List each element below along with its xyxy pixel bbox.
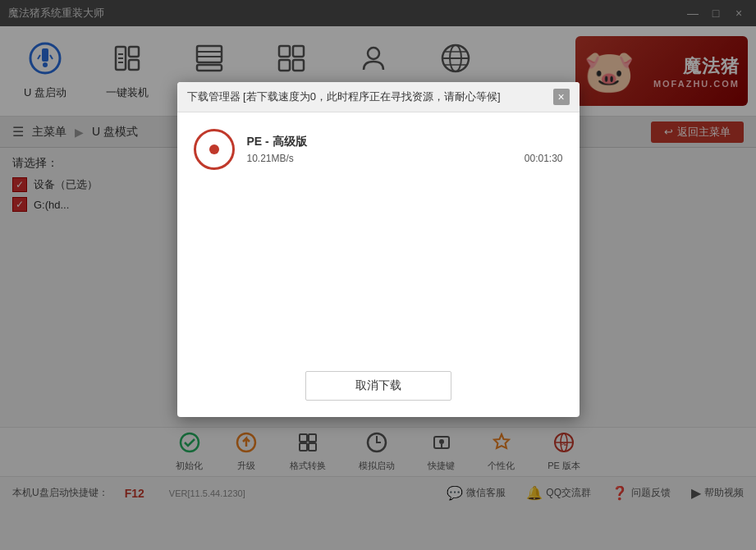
download-modal: 下载管理器 [若下载速度为0，此时程序正在寻找资源，请耐心等候] × PE - … bbox=[177, 82, 580, 417]
download-info: PE - 高级版 10.21MB/s 00:01:30 bbox=[247, 135, 563, 164]
download-time: 00:01:30 bbox=[525, 153, 563, 164]
modal-footer: 取消下载 bbox=[177, 363, 580, 417]
download-speed: 10.21MB/s bbox=[247, 153, 294, 164]
modal-overlay: 下载管理器 [若下载速度为0，此时程序正在寻找资源，请耐心等候] × PE - … bbox=[0, 0, 756, 550]
cancel-download-button[interactable]: 取消下载 bbox=[305, 371, 451, 401]
download-row: 10.21MB/s 00:01:30 bbox=[247, 153, 563, 164]
download-name: PE - 高级版 bbox=[247, 135, 563, 149]
modal-title: 下载管理器 [若下载速度为0，此时程序正在寻找资源，请耐心等候] bbox=[187, 89, 501, 104]
modal-body: PE - 高级版 10.21MB/s 00:01:30 bbox=[177, 112, 580, 363]
disk-icon bbox=[194, 129, 235, 170]
modal-spacer bbox=[194, 182, 563, 346]
modal-header: 下载管理器 [若下载速度为0，此时程序正在寻找资源，请耐心等候] × bbox=[177, 82, 580, 112]
disk-inner bbox=[209, 144, 219, 154]
modal-close-button[interactable]: × bbox=[553, 89, 570, 105]
download-item: PE - 高级版 10.21MB/s 00:01:30 bbox=[194, 129, 563, 170]
